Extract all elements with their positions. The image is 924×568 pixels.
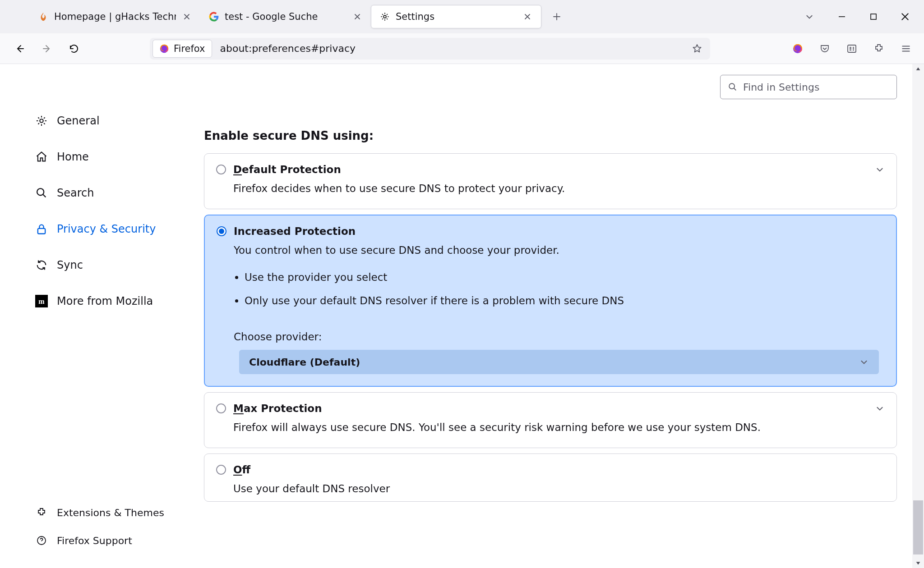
svg-point-6 [37, 188, 44, 195]
svg-rect-4 [848, 45, 856, 52]
sidebar-item-label: Privacy & Security [57, 223, 156, 235]
scroll-down-icon[interactable] [915, 560, 921, 566]
sidebar-item-label: Extensions & Themes [57, 507, 164, 518]
sidebar-item-label: Sync [57, 259, 83, 271]
sidebar-item-label: General [57, 115, 100, 127]
provider-select[interactable]: Cloudflare (Default) [239, 350, 879, 374]
navigation-toolbar: Firefox about:preferences#privacy [0, 33, 924, 64]
settings-main: Find in Settings Enable secure DNS using… [204, 64, 924, 568]
bookmark-star-button[interactable] [688, 39, 707, 58]
section-title: Enable secure DNS using: [204, 129, 897, 142]
settings-search-input[interactable]: Find in Settings [720, 75, 897, 99]
option-label: Off [233, 464, 250, 476]
tab-settings[interactable]: Settings [371, 5, 541, 28]
sidebar-item-privacy[interactable]: Privacy & Security [32, 215, 190, 243]
svg-text:m: m [38, 298, 45, 305]
help-icon [35, 534, 48, 547]
puzzle-icon [35, 506, 48, 519]
option-label: Increased Protection [234, 225, 356, 237]
sidebar-item-general[interactable]: General [32, 107, 190, 134]
tab-label: Settings [396, 11, 517, 22]
tab-strip: Homepage | gHacks Technology test - Goog… [0, 0, 924, 33]
option-description: Firefox decides when to use secure DNS t… [233, 181, 885, 197]
chevron-down-icon[interactable] [875, 165, 885, 174]
provider-selected-value: Cloudflare (Default) [249, 357, 360, 368]
close-icon[interactable] [522, 11, 533, 22]
sidebar-item-label: More from Mozilla [57, 295, 153, 307]
svg-rect-1 [871, 14, 876, 19]
dns-option-max[interactable]: Max Protection Firefox will always use s… [204, 392, 897, 448]
back-button[interactable] [10, 39, 30, 59]
flame-icon [38, 11, 49, 22]
url-text: about:preferences#privacy [212, 43, 688, 54]
content-area: General Home Search Privacy & Security S… [0, 64, 924, 568]
minimize-button[interactable] [834, 9, 850, 25]
gear-icon [379, 11, 390, 22]
dns-option-default[interactable]: Default Protection Firefox decides when … [204, 153, 897, 209]
option-description: You control when to use secure DNS and c… [234, 243, 884, 259]
sidebar-item-label: Search [57, 187, 94, 199]
sync-icon [35, 259, 48, 271]
scroll-up-icon[interactable] [915, 66, 921, 72]
window-controls [834, 9, 913, 25]
option-label: Default Protection [233, 164, 341, 175]
radio-max[interactable] [216, 403, 226, 413]
radio-default[interactable] [216, 165, 226, 174]
sidebar-item-sync[interactable]: Sync [32, 252, 190, 279]
settings-sidebar: General Home Search Privacy & Security S… [0, 64, 204, 568]
svg-rect-7 [38, 229, 45, 234]
close-window-button[interactable] [897, 9, 913, 25]
tab-google[interactable]: test - Google Suche [200, 5, 371, 28]
radio-increased[interactable] [217, 226, 226, 236]
search-icon [35, 187, 48, 199]
search-placeholder: Find in Settings [743, 82, 819, 93]
maximize-button[interactable] [865, 9, 882, 25]
url-bar[interactable]: Firefox about:preferences#privacy [150, 38, 710, 60]
firefox-icon [159, 44, 169, 54]
sidebar-link-support[interactable]: Firefox Support [32, 529, 190, 552]
identity-box[interactable]: Firefox [152, 40, 212, 58]
option-label: Max Protection [233, 403, 322, 414]
pocket-icon[interactable] [817, 41, 833, 57]
gear-icon [35, 115, 48, 127]
lock-icon [35, 223, 48, 235]
scrollbar[interactable] [912, 64, 924, 568]
svg-point-11 [729, 83, 735, 89]
option-bullet: Use the provider you select [245, 268, 884, 287]
tab-ghacks[interactable]: Homepage | gHacks Technology [30, 5, 200, 28]
mozilla-icon: m [35, 295, 48, 307]
option-bullets: Use the provider you select Only use you… [245, 268, 884, 310]
forward-button[interactable] [37, 39, 57, 59]
close-icon[interactable] [181, 11, 192, 22]
app-menu-button[interactable] [898, 41, 914, 57]
google-icon [208, 11, 219, 22]
tab-label: Homepage | gHacks Technology [54, 11, 176, 22]
sidebar-item-more-mozilla[interactable]: m More from Mozilla [32, 288, 190, 315]
new-tab-button[interactable] [547, 7, 567, 27]
toolbar-right [790, 41, 914, 57]
sidebar-link-extensions[interactable]: Extensions & Themes [32, 501, 190, 524]
sidebar-item-label: Firefox Support [57, 535, 132, 546]
extensions-icon[interactable] [871, 41, 887, 57]
home-icon [35, 151, 48, 163]
close-icon[interactable] [352, 11, 363, 22]
option-description: Firefox will always use secure DNS. You'… [233, 420, 885, 436]
dns-option-increased[interactable]: Increased Protection You control when to… [204, 215, 897, 387]
dns-option-off[interactable]: Off Use your default DNS resolver [204, 453, 897, 502]
tabs-overflow-button[interactable] [800, 8, 818, 26]
reload-button[interactable] [64, 39, 84, 59]
identity-label: Firefox [174, 43, 205, 54]
firefox-account-button[interactable] [790, 41, 806, 57]
chevron-down-icon[interactable] [875, 403, 885, 413]
sidebar-item-home[interactable]: Home [32, 143, 190, 170]
sidebar-item-label: Home [57, 151, 89, 163]
option-bullet: Only use your default DNS resolver if th… [245, 292, 884, 310]
tab-label: test - Google Suche [225, 11, 346, 22]
sidebar-item-search[interactable]: Search [32, 179, 190, 206]
scroll-thumb[interactable] [913, 500, 923, 554]
chevron-down-icon [859, 357, 869, 367]
search-icon [728, 82, 738, 92]
option-description: Use your default DNS resolver [233, 481, 885, 497]
reader-view-icon[interactable] [844, 41, 860, 57]
radio-off[interactable] [216, 465, 226, 475]
